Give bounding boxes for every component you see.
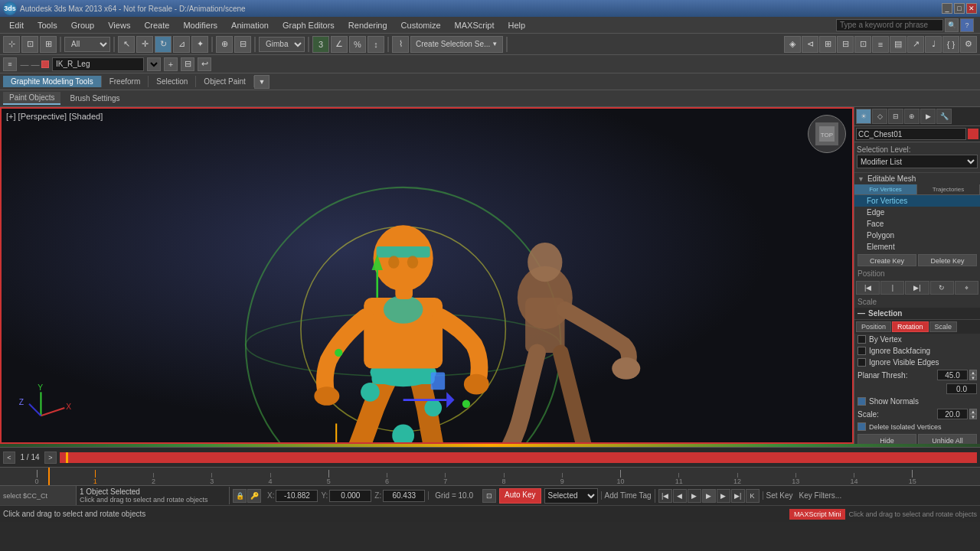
graphite-tab-selection[interactable]: Selection [149, 76, 196, 87]
scale-up[interactable]: ▲ [969, 409, 977, 414]
position-icon[interactable]: ⌖ [955, 281, 978, 295]
menu-maxscript[interactable]: MAXScript [449, 19, 501, 31]
create-selection-dropdown-icon[interactable]: ▼ [492, 41, 498, 47]
delete-key-btn[interactable]: Delete Key [918, 254, 977, 266]
menu-views[interactable]: Views [102, 19, 136, 31]
planar-thresh-up[interactable]: ▲ [969, 370, 977, 375]
selection-lock-icon[interactable]: 🔑 [247, 489, 261, 503]
go-to-end-btn[interactable]: ▶| [731, 489, 745, 503]
percent-snap[interactable]: % [349, 36, 366, 53]
selection-section-header[interactable]: — Selection [854, 308, 980, 320]
ribbon[interactable]: ▤ [890, 36, 906, 53]
layer-manager[interactable]: ≡ [872, 36, 889, 53]
minimize-button[interactable]: _ [942, 3, 952, 14]
navigation-cube[interactable]: TOP [808, 115, 846, 153]
shape-icon[interactable]: ◇ [872, 109, 887, 124]
sub-tab-trajectories[interactable]: Trajectories [917, 184, 980, 194]
select-scale[interactable]: ⊿ [173, 36, 190, 53]
graphite-tab-objectpaint[interactable]: Object Paint [196, 76, 253, 87]
y-input[interactable] [329, 490, 371, 502]
set-key-btn[interactable]: Set Key [763, 491, 796, 500]
key-filters-btn[interactable]: Key Filters... [796, 491, 845, 500]
menu-animation[interactable]: Animation [225, 19, 275, 31]
lock-icon[interactable]: 🔒 [233, 489, 247, 503]
sub-element[interactable]: Element [854, 241, 980, 253]
align[interactable]: ⊟ [234, 36, 251, 53]
rot-tab[interactable]: Rotation [892, 321, 929, 332]
rotation-icon[interactable]: ↻ [930, 281, 954, 295]
show-normals-checkbox[interactable] [858, 397, 866, 406]
selection-filter[interactable]: All [64, 37, 110, 52]
menu-create[interactable]: Create [138, 19, 175, 31]
reactor[interactable]: ⚙ [960, 36, 977, 53]
close-button[interactable]: ✕ [966, 3, 977, 14]
ignore-backfacing-checkbox[interactable] [858, 347, 866, 355]
transform-type-icon[interactable]: ⊡ [482, 489, 496, 503]
key-mode-btn[interactable]: | [880, 281, 904, 295]
go-to-start-btn[interactable]: |◀ [658, 489, 672, 503]
graphite-more-btn[interactable]: ▼ [254, 75, 270, 89]
add-time-tag-btn[interactable]: Add Time Tag [601, 491, 655, 500]
snap-3d[interactable]: 3 [312, 36, 329, 53]
modifier-name-input[interactable] [856, 128, 966, 140]
motion-icon[interactable]: ▶ [920, 109, 936, 124]
spinner-snap[interactable]: ↕ [368, 36, 384, 53]
frame-ruler[interactable]: 0 1 2 3 4 5 6 7 [0, 467, 980, 485]
array[interactable]: ⊞ [819, 36, 836, 53]
utility-icon[interactable]: 🔧 [936, 109, 952, 124]
curve-editor[interactable]: ↗ [907, 36, 924, 53]
prev-frame-btn[interactable]: < [3, 452, 15, 464]
create-selection-button[interactable]: Create Selection Se... ▼ [410, 36, 503, 53]
delete-isolated-checkbox[interactable] [858, 422, 866, 431]
ignore-visible-edges-checkbox[interactable] [858, 358, 866, 367]
paint-tab-objects[interactable]: Paint Objects [3, 92, 60, 105]
angle-snap[interactable]: ∠ [331, 36, 348, 53]
maximize-button[interactable]: □ [954, 3, 965, 14]
max-script[interactable]: { } [942, 36, 959, 53]
paint-tab-brush[interactable]: Brush Settings [64, 93, 126, 104]
search-button[interactable]: 🔍 [945, 18, 959, 32]
planar-thresh-input[interactable] [937, 370, 968, 380]
named-selections[interactable]: ◈ [784, 36, 801, 53]
select-manipulate[interactable]: ✦ [191, 36, 208, 53]
pos-tab[interactable]: Position [856, 321, 891, 332]
next-frame-transport[interactable]: ▶ [717, 489, 730, 503]
menu-graph-editors[interactable]: Graph Editors [276, 19, 341, 31]
window-crossing[interactable]: ⊞ [40, 36, 57, 53]
sub-edge[interactable]: Edge [854, 207, 980, 218]
sub-tab-vertices[interactable]: For Vertices [854, 184, 917, 194]
modifier-icon[interactable]: ⊟ [888, 109, 903, 124]
menu-rendering[interactable]: Rendering [342, 19, 394, 31]
prev-frame-transport[interactable]: ◀ [673, 489, 687, 503]
graphite-tab-freeform[interactable]: Freeform [102, 76, 149, 87]
select-tool[interactable]: ⊹ [3, 36, 20, 53]
menu-modifiers[interactable]: Modifiers [177, 19, 224, 31]
toolbar-btn-7[interactable]: ⌇ [392, 36, 409, 53]
z-input[interactable] [383, 490, 425, 502]
open-schematic[interactable]: ⊡ [854, 36, 871, 53]
create-layer[interactable]: + [164, 57, 178, 71]
select-move[interactable]: ✛ [136, 36, 153, 53]
viewport-content[interactable]: X Y Z TOP [2, 109, 852, 442]
menu-customize[interactable]: Customize [395, 19, 447, 31]
menu-help[interactable]: Help [502, 19, 532, 31]
object-name-input[interactable] [52, 57, 144, 71]
sub-face[interactable]: Face [854, 218, 980, 230]
select-rotate[interactable]: ↻ [155, 36, 172, 53]
key-mode-transport[interactable]: K [746, 489, 760, 503]
x-input[interactable] [276, 490, 318, 502]
sub-polygon[interactable]: Polygon [854, 230, 980, 241]
align-button[interactable]: ⊟ [837, 36, 854, 53]
color-swatch[interactable] [41, 60, 49, 68]
hierarchy-icon[interactable]: ⊕ [904, 109, 920, 124]
play-btn[interactable]: ▶ [688, 489, 701, 503]
use-pivot[interactable]: ⊕ [216, 36, 233, 53]
scale-tab-btn[interactable]: Scale [929, 321, 958, 332]
sub-vertices[interactable]: For Vertices [854, 195, 980, 207]
help-search-input[interactable] [836, 19, 943, 31]
create-key-btn[interactable]: Create Key [858, 254, 916, 266]
coordinate-system[interactable]: Gimbal [259, 37, 305, 52]
scale-spinner-input[interactable] [937, 409, 968, 419]
unhide-all-btn[interactable]: Unhide All [918, 434, 977, 444]
layer-icon2[interactable]: ↩ [198, 57, 211, 71]
